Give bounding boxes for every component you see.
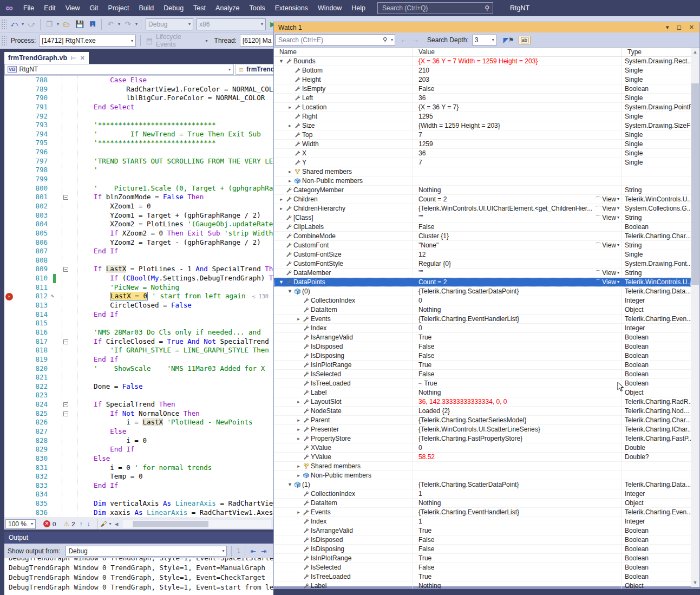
watch-row-datamember[interactable]: DataMember""⌒View▾String [274,269,691,278]
collapse-region-button[interactable]: − [63,339,68,344]
menu-item-extensions[interactable]: Extensions [270,0,313,16]
watch-value-cell[interactable]: 7 [413,158,622,167]
watch-name-cell[interactable]: XValue [274,443,413,452]
expand-icon[interactable]: ▸ [296,471,302,480]
breakpoint-margin[interactable] [4,337,15,346]
watch-value-cell[interactable]: 36 [413,94,622,102]
watch-name-cell[interactable]: ▸Events [274,508,413,516]
warning-count[interactable]: 2 [71,521,75,527]
breakpoint-margin[interactable] [4,256,15,265]
watch-name-cell[interactable]: ▸Shared members [274,462,413,470]
menu-item-build[interactable]: Build [134,0,159,16]
watch-row-bottom[interactable]: Bottom210Single [274,66,691,75]
collapse-region-button[interactable]: − [63,195,68,200]
chevron-down-icon[interactable]: ▾ [617,213,619,222]
navigate-forward-button[interactable]: ⤻ [25,18,37,30]
collapse-region-button[interactable]: − [63,411,68,416]
watch-name-cell[interactable]: IsDisposing [274,545,413,553]
back-dropdown-icon[interactable]: ▾ [22,22,24,27]
watch-value-cell[interactable]: 36 [413,149,622,158]
next-issue-button[interactable]: ↓ [87,520,90,528]
breakpoint-margin[interactable] [4,391,15,400]
scrollbar-thumb[interactable] [133,521,208,527]
watch-row-events[interactable]: ▸Events{Telerik.Charting.EventHandlerLis… [274,508,691,517]
lifecycle-dropdown-icon[interactable]: ▾ [206,38,208,43]
watch-row-sharedmembers[interactable]: ▸Shared members [274,167,691,176]
breakpoint-margin[interactable] [4,499,15,508]
expand-icon[interactable]: ▸ [296,434,302,443]
show-raw-structure-toggle[interactable]: ab [519,36,531,44]
watch-row-isempty[interactable]: IsEmptyFalseBoolean [274,84,691,94]
watch-name-cell[interactable]: ▼(1) [274,480,413,489]
watch-value-cell[interactable]: 1 [413,517,622,526]
watch-row-bounds[interactable]: ▼Bounds{X = 36 Y = 7 Width = 1259 Height… [274,57,691,66]
watch-value-cell[interactable]: False [413,223,622,231]
breakpoint-margin[interactable] [4,193,15,202]
watch-name-cell[interactable]: CollectionIndex [274,489,413,498]
watch-row-isselected[interactable]: IsSelectedFalseBoolean [274,563,691,572]
watch-name-cell[interactable]: ▸Non-Public members [274,176,413,185]
watch-value-cell[interactable] [413,471,622,480]
watch-value-cell[interactable]: {Width = 1259 Height = 203} [413,121,622,130]
watch-title-bar[interactable]: Watch 1 ▾ ◻ ✕ [274,22,699,32]
watch-name-cell[interactable]: CustomFontStyle [274,259,413,268]
watch-name-cell[interactable]: Width [274,140,413,148]
breakpoint-margin[interactable] [4,373,15,382]
watch-row-children[interactable]: ▸ChildrenCount = 2⌒View▾Telerik.WinContr… [274,195,691,204]
expand-icon[interactable]: ▸ [296,462,302,470]
watch-value-cell[interactable]: False [413,351,622,360]
watch-value-cell[interactable]: Nothing [413,305,622,314]
breakpoint-margin[interactable] [4,481,15,491]
collapse-region-button[interactable]: − [63,267,68,272]
watch-value-cell[interactable] [413,176,622,185]
scroll-left-icon[interactable]: ◀ [115,521,119,527]
watch-name-cell[interactable]: ▸Location [274,103,413,112]
breakpoint-margin[interactable] [4,166,15,175]
watch-value-cell[interactable]: True [413,554,622,563]
watch-value-cell[interactable]: True [413,361,622,369]
expand-icon[interactable]: ▸ [287,176,293,185]
watch-name-cell[interactable]: IsEmpty [274,84,413,93]
watch-vertical-scrollbar[interactable]: ▲ ▼ [691,48,699,587]
platform-dropdown[interactable]: x86▾ [197,18,266,30]
watch-name-cell[interactable]: ▼(0) [274,287,413,296]
watch-name-cell[interactable]: Index [274,324,413,332]
search-icon[interactable]: ⚲ [485,4,493,12]
watch-value-cell[interactable]: {Telerik.Charting.ScatterDataPoint} [413,287,622,296]
watch-value-cell[interactable]: Nothing [413,186,622,194]
search-depth-dropdown[interactable]: 3▾ [472,35,497,45]
breakpoint-margin[interactable] [4,490,15,499]
watch-value-cell[interactable]: 210 [413,66,622,75]
watch-name-cell[interactable]: ClipLabels [274,223,413,231]
zoom-dropdown[interactable]: 100 %▾ [5,519,36,529]
watch-row-istreeloaded[interactable]: IsTreeLoaded–▫TrueBoolean [274,379,691,388]
watch-value-cell[interactable]: False [413,545,622,553]
breakpoint-margin[interactable] [4,436,15,446]
watch-value-cell[interactable]: {Telerik.Charting.ScatterDataPoint} [413,480,622,489]
horizontal-scrollbar[interactable] [123,520,271,528]
watch-row-datapoints[interactable]: ▼DataPointsCount = 2⌒View▾Telerik.WinCon… [274,278,691,287]
watch-row-location[interactable]: ▸Location{X = 36 Y = 7}System.Drawing.Po… [274,103,691,112]
output-source-dropdown[interactable]: Debug▾ [66,546,227,557]
watch-name-cell[interactable]: Label [274,581,413,589]
expand-icon[interactable]: ▸ [296,508,302,516]
breakpoint-margin[interactable] [4,175,15,184]
breakpoint-margin[interactable] [4,220,15,229]
column-header-type[interactable]: Type [622,48,691,56]
watch-value-cell[interactable]: True [413,572,622,581]
scroll-down-icon[interactable]: ▼ [691,578,699,587]
watch-row-top[interactable]: Top7Single [274,130,691,140]
watch-name-cell[interactable]: IsArrangeValid [274,333,413,342]
breakpoint-margin[interactable] [4,184,15,193]
toolbar-grip[interactable] [1,35,6,46]
expand-icon[interactable]: ▸ [278,204,284,213]
collapse-icon[interactable]: ▼ [278,57,284,66]
pin-icon[interactable]: ⊢ [71,55,76,62]
breakpoint-margin[interactable] [4,238,15,247]
watch-name-cell[interactable]: CustomFont [274,241,413,250]
breakpoint-margin[interactable] [4,355,15,364]
watch-name-cell[interactable]: ▸ChildrenHierarchy [274,204,413,213]
breakpoint-margin[interactable] [4,202,15,211]
watch-value-cell[interactable]: {Telerik.WinControls.UI.UIChartElement.<… [413,204,622,213]
watch-value-cell[interactable]: True [413,333,622,342]
